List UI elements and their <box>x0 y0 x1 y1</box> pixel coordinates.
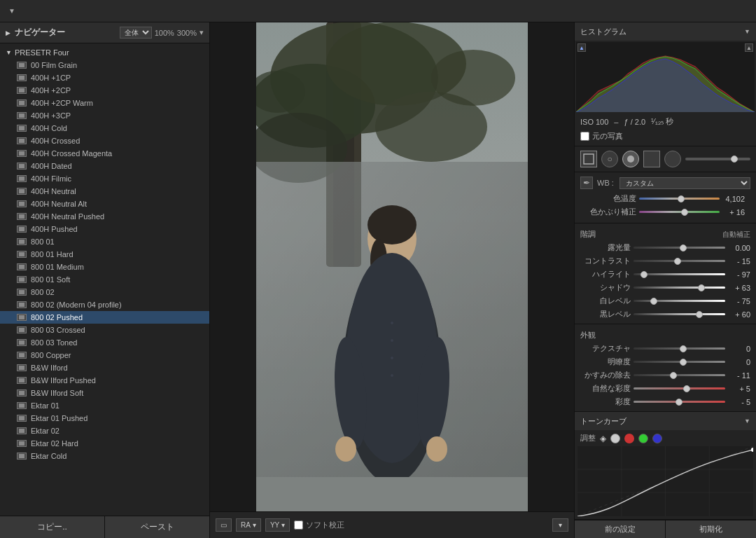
original-photo-row[interactable]: 元の写真 <box>575 130 756 146</box>
preset-item[interactable]: 800 02 (Modern 04 profile) <box>0 298 209 311</box>
rect-tool-button[interactable]: ▭ <box>216 518 232 532</box>
preset-item[interactable]: 800 02 <box>0 286 209 298</box>
tc-white-dot[interactable] <box>610 434 620 443</box>
preset-item[interactable]: B&W Ilford Pushed <box>0 374 209 387</box>
reset-button[interactable]: 初期化 <box>666 520 756 538</box>
preset-item[interactable]: 800 01 <box>0 235 209 248</box>
preset-icon <box>17 415 27 422</box>
histogram-title: ヒストグラム <box>580 27 744 37</box>
histogram-header[interactable]: ヒストグラム ▼ <box>575 22 756 41</box>
spot-heal-button[interactable]: ○ <box>601 151 618 167</box>
circle-tool-button[interactable] <box>664 151 681 167</box>
saturation-label: 彩度 <box>580 396 631 407</box>
preset-item[interactable]: 400H Filmic <box>0 172 209 185</box>
preset-label: 400H Cold <box>31 124 67 132</box>
auto-button[interactable]: 自動補正 <box>722 230 750 240</box>
texture-track[interactable] <box>634 347 725 350</box>
preset-item[interactable]: 800 01 Medium <box>0 261 209 273</box>
shadow-track[interactable] <box>634 287 725 289</box>
left-panel: ▶ ナビゲーター 全体 100% 300% ▾ ▼ PRESETR Four 0… <box>0 22 210 538</box>
preset-item[interactable]: 400H Cold <box>0 122 209 134</box>
preset-item[interactable]: 400H Neutral Pushed <box>0 210 209 223</box>
tc-curve-icon[interactable]: ◈ <box>600 434 606 443</box>
crop-tool-button[interactable] <box>580 151 597 167</box>
preset-item[interactable]: Ektar 01 Pushed <box>0 412 209 425</box>
preset-item[interactable]: 400H Neutral <box>0 185 209 198</box>
preset-item[interactable]: Ektar Cold <box>0 450 209 462</box>
preset-item[interactable]: 400H Dated <box>0 160 209 172</box>
tone-curve-header[interactable]: トーンカーブ ▼ <box>575 412 756 430</box>
preset-icon <box>17 276 27 283</box>
preset-item[interactable]: 400H +2CP <box>0 84 209 97</box>
preset-icon <box>17 87 27 94</box>
vibrance-track[interactable] <box>634 387 725 389</box>
iso-value: ISO 100 <box>580 118 608 126</box>
black-track[interactable] <box>634 313 725 315</box>
contrast-value: - 15 <box>728 257 750 265</box>
preset-item[interactable]: 800 Copper <box>0 349 209 361</box>
preset-item[interactable]: B&W Ilford Soft <box>0 387 209 399</box>
ra-button[interactable]: RA ▾ <box>236 518 261 532</box>
square-tool-button[interactable] <box>643 151 660 167</box>
preset-item[interactable]: B&W Ilford <box>0 361 209 374</box>
preset-item[interactable]: 400H Pushed <box>0 223 209 235</box>
original-photo-checkbox[interactable] <box>580 132 589 141</box>
preset-item[interactable]: 400H Neutral Alt <box>0 198 209 210</box>
wb-eyedropper[interactable]: ✒ <box>580 177 593 189</box>
preset-item[interactable]: 800 02 Pushed <box>0 311 209 324</box>
preset-item[interactable]: Ektar 02 Hard <box>0 437 209 450</box>
tc-green-dot[interactable] <box>638 434 648 443</box>
left-bottom-buttons: コピー.. ペースト <box>0 516 209 538</box>
histogram-section: ヒストグラム ▼ ▲ ▲ <box>575 22 756 146</box>
clarity-track[interactable] <box>634 361 725 363</box>
tone-curve-canvas[interactable] <box>578 446 753 516</box>
svg-marker-31 <box>576 59 755 112</box>
tc-blue-dot[interactable] <box>652 434 662 443</box>
texture-label: テクスチャ <box>580 343 631 354</box>
tint-track[interactable] <box>639 211 720 213</box>
preset-item[interactable]: 800 03 Crossed <box>0 324 209 336</box>
prev-settings-button[interactable]: 前の設定 <box>575 520 666 538</box>
preset-icon <box>17 326 27 333</box>
zoom-select[interactable]: 全体 <box>120 27 152 39</box>
redeye-button[interactable] <box>622 151 639 167</box>
profile-dropdown[interactable]: ▾ <box>552 518 568 532</box>
tool-slider[interactable] <box>685 158 750 160</box>
preset-group-header[interactable]: ▼ PRESETR Four <box>0 46 209 59</box>
tc-red-dot[interactable] <box>624 434 634 443</box>
preset-item[interactable]: 00 Film Grain <box>0 59 209 71</box>
soft-proof-checkbox[interactable] <box>294 520 303 530</box>
preset-item[interactable]: 400H +3CP <box>0 109 209 122</box>
preset-item[interactable]: 800 01 Soft <box>0 273 209 286</box>
paste-button[interactable]: ペースト <box>105 516 209 538</box>
preset-item[interactable]: 800 03 Toned <box>0 336 209 349</box>
contrast-row: コントラスト - 15 <box>575 254 756 268</box>
wb-select[interactable]: カスタム <box>620 177 750 189</box>
preset-item[interactable]: 400H +1CP <box>0 71 209 84</box>
yy-button[interactable]: YY ▾ <box>265 518 290 532</box>
preset-icon <box>17 112 27 119</box>
navigator-header[interactable]: ▶ ナビゲーター 全体 100% 300% ▾ <box>0 22 209 43</box>
dehaze-track[interactable] <box>634 374 725 376</box>
preset-label: 400H +3CP <box>31 111 71 120</box>
color-temp-row: 色温度 4,102 <box>580 192 750 205</box>
preset-item[interactable]: Ektar 01 <box>0 399 209 412</box>
histogram-svg <box>576 42 755 112</box>
presets-container[interactable]: ▼ PRESETR Four 00 Film Grain 400H +1CP 4… <box>0 43 209 516</box>
contrast-track[interactable] <box>634 260 725 262</box>
zoom-100: 100% <box>155 29 174 37</box>
preset-item[interactable]: Ektar 02 <box>0 425 209 437</box>
preset-item[interactable]: 400H +2CP Warm <box>0 97 209 109</box>
saturation-track[interactable] <box>634 401 725 403</box>
preset-item[interactable]: 400H Crossed Magenta <box>0 147 209 160</box>
preset-item[interactable]: 400H Crossed <box>0 134 209 147</box>
highlight-track[interactable] <box>634 273 725 275</box>
copy-button[interactable]: コピー.. <box>0 516 105 538</box>
top-bar: ▼ <box>0 0 756 22</box>
white-track[interactable] <box>634 300 725 302</box>
color-temp-track[interactable] <box>639 198 720 200</box>
exposure-track[interactable] <box>634 247 725 249</box>
preset-item[interactable]: 800 01 Hard <box>0 248 209 261</box>
soft-proof-check[interactable]: ソフト校正 <box>294 520 344 530</box>
photo-bottom-bar: ▭ RA ▾ YY ▾ ソフト校正 ▾ <box>210 511 574 538</box>
